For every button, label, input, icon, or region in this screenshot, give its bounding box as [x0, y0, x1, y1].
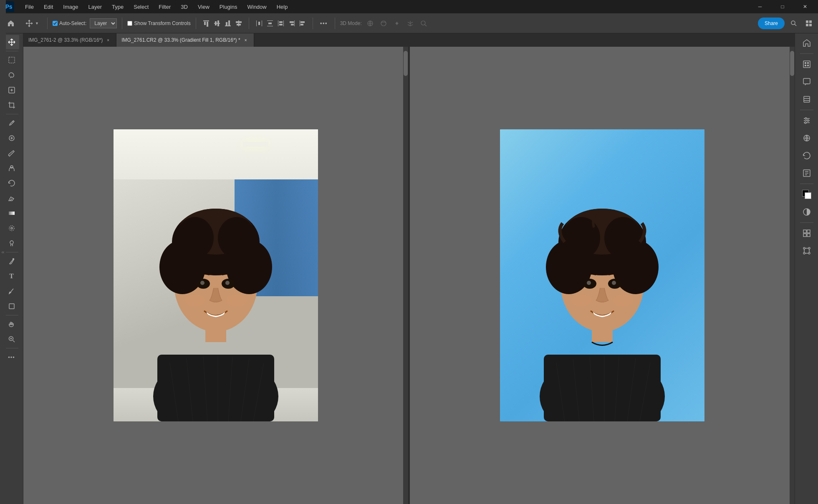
- move-tool-dropdown[interactable]: ▼: [35, 21, 39, 25]
- align-bottom[interactable]: [223, 18, 233, 28]
- svg-rect-93: [805, 62, 806, 64]
- tool-type[interactable]: T: [4, 269, 19, 283]
- svg-rect-25: [300, 20, 300, 26]
- transform-controls-wrap[interactable]: Show Transform Controls: [127, 20, 190, 26]
- tool-pen[interactable]: [4, 254, 19, 268]
- tool-path-select[interactable]: [4, 284, 19, 298]
- svg-point-60: [184, 294, 205, 307]
- menu-image[interactable]: Image: [59, 2, 82, 12]
- autoselect-checkbox[interactable]: [53, 21, 58, 26]
- tool-healing[interactable]: [4, 131, 19, 145]
- threed-pan[interactable]: [392, 18, 402, 28]
- align-group: [201, 18, 244, 28]
- layout-icon[interactable]: [803, 18, 815, 29]
- tool-lasso[interactable]: [4, 68, 19, 82]
- svg-rect-95: [805, 65, 806, 66]
- close-button[interactable]: ✕: [795, 0, 815, 13]
- menu-select[interactable]: Select: [129, 2, 153, 12]
- tool-dodge[interactable]: [4, 236, 19, 250]
- tool-history-brush[interactable]: [4, 176, 19, 190]
- left-scrollbar[interactable]: [403, 47, 408, 504]
- canvas-left[interactable]: [23, 47, 410, 504]
- svg-point-29: [421, 21, 425, 25]
- panel-learning[interactable]: [799, 165, 815, 181]
- svg-point-41: [11, 227, 13, 229]
- tool-shape[interactable]: [4, 299, 19, 313]
- tool-eraser[interactable]: [4, 191, 19, 205]
- move-tool-active[interactable]: ▼: [22, 17, 42, 30]
- left-scrollbar-thumb[interactable]: [404, 51, 408, 76]
- doc-tab-2[interactable]: IMG_2761.CR2 @ 33.3% (Gradient Fill 1, R…: [116, 33, 254, 47]
- menu-plugins[interactable]: Plugins: [215, 2, 242, 12]
- layer-select[interactable]: Layer: [90, 18, 117, 28]
- panel-canvas-adjust[interactable]: [799, 225, 815, 241]
- panel-home[interactable]: [799, 35, 815, 51]
- menu-file[interactable]: File: [21, 2, 38, 12]
- svg-rect-23: [290, 21, 294, 23]
- tool-gradient[interactable]: [4, 206, 19, 220]
- svg-rect-34: [809, 24, 812, 26]
- autoselect-wrap[interactable]: Auto-Select:: [53, 20, 86, 26]
- svg-rect-27: [300, 24, 303, 25]
- svg-rect-14: [258, 22, 260, 25]
- threed-zoom[interactable]: [419, 18, 429, 28]
- distribute-v[interactable]: [265, 18, 275, 28]
- menu-edit[interactable]: Edit: [40, 2, 57, 12]
- maximize-button[interactable]: □: [773, 0, 792, 13]
- svg-point-59: [225, 281, 230, 285]
- panel-properties[interactable]: [799, 56, 815, 72]
- panel-masks[interactable]: [799, 204, 815, 220]
- left-photo: [114, 129, 318, 421]
- canvas-right[interactable]: [410, 47, 795, 504]
- menu-help[interactable]: Help: [273, 2, 292, 12]
- doc-tab-2-close[interactable]: ×: [243, 37, 249, 43]
- tool-zoom[interactable]: [4, 332, 19, 346]
- panel-history[interactable]: [799, 148, 815, 164]
- tool-marquee[interactable]: [4, 53, 19, 67]
- more-options-btn[interactable]: •••: [318, 18, 330, 29]
- right-scrollbar-thumb[interactable]: [790, 51, 794, 76]
- tool-more[interactable]: •••: [4, 350, 19, 364]
- threed-rotate[interactable]: [365, 18, 375, 28]
- tool-select-subject[interactable]: [4, 83, 19, 97]
- doc-tab-1-close[interactable]: ×: [105, 37, 111, 43]
- tool-blur[interactable]: [4, 221, 19, 235]
- threed-slide[interactable]: [405, 18, 415, 28]
- menu-layer[interactable]: Layer: [84, 2, 106, 12]
- menu-filter[interactable]: Filter: [154, 2, 175, 12]
- menu-view[interactable]: View: [194, 2, 214, 12]
- tool-clone[interactable]: [4, 161, 19, 175]
- panel-chat[interactable]: [799, 74, 815, 90]
- transform-checkbox[interactable]: [127, 21, 132, 26]
- doc-tab-1[interactable]: IMG_2761-2 @ 33.3% (RGB/16*) ×: [23, 33, 116, 47]
- panel-paths[interactable]: [799, 243, 815, 259]
- align-vcenter[interactable]: [212, 18, 222, 28]
- svg-rect-97: [803, 78, 810, 84]
- right-scrollbar[interactable]: [790, 47, 795, 504]
- align-hcenter[interactable]: [234, 18, 244, 28]
- panel-sep-2: [800, 110, 813, 110]
- tool-crop[interactable]: [4, 98, 19, 112]
- tool-hand[interactable]: [4, 317, 19, 331]
- menu-window[interactable]: Window: [243, 2, 270, 12]
- menu-3d[interactable]: 3D: [177, 2, 192, 12]
- svg-rect-35: [9, 57, 15, 63]
- menu-type[interactable]: Type: [108, 2, 128, 12]
- threed-orbit[interactable]: [379, 18, 389, 28]
- distribute-h[interactable]: [254, 18, 264, 28]
- minimize-button[interactable]: ─: [750, 0, 770, 13]
- share-button[interactable]: Share: [758, 18, 785, 29]
- distribute-end[interactable]: [276, 18, 286, 28]
- align-left[interactable]: [298, 18, 308, 28]
- align-top[interactable]: [201, 18, 211, 28]
- tool-eyedropper[interactable]: [4, 116, 19, 130]
- panel-color-fg[interactable]: [799, 186, 815, 202]
- panel-adjustments[interactable]: [799, 113, 815, 129]
- panel-effects[interactable]: [799, 130, 815, 146]
- panel-layers[interactable]: [799, 91, 815, 107]
- align-right[interactable]: [287, 18, 297, 28]
- tool-brush[interactable]: [4, 146, 19, 160]
- svg-rect-7: [226, 22, 227, 25]
- tool-move[interactable]: [4, 35, 19, 49]
- search-icon[interactable]: [788, 18, 800, 29]
